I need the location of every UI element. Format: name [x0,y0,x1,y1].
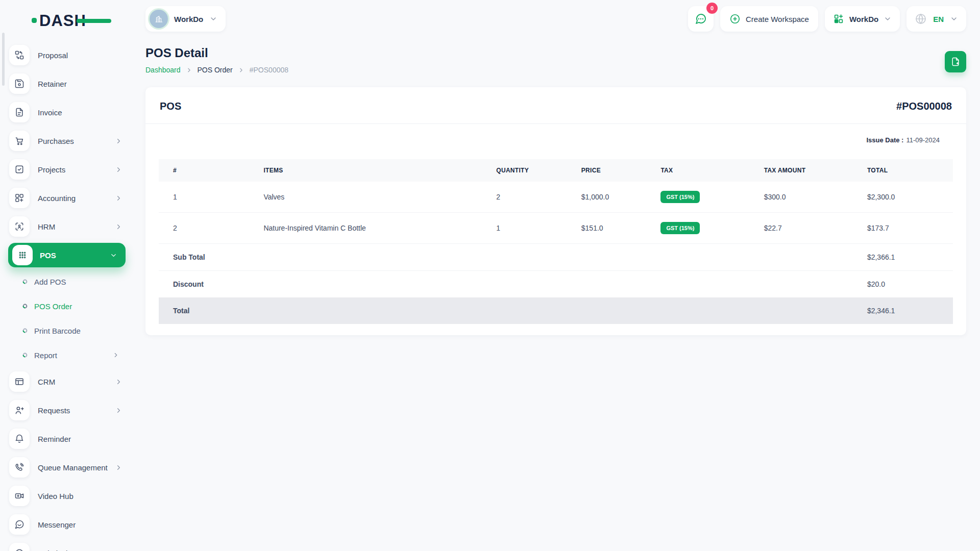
cell-price: $1,000.0 [567,182,647,213]
total-label: Total [159,297,853,324]
sidebar-item-label: Proposal [38,51,122,60]
sidebar-item-projects[interactable]: Projects [0,155,133,184]
sidebar-item-helpdesk[interactable]: Helpdesk [0,539,133,551]
issue-date-value: 11-09-2024 [906,136,940,144]
sidebar-item-label: Projects [38,165,115,174]
create-workspace-label: Create Workspace [746,15,809,23]
col-tax-amount: TAX AMOUNT [750,159,853,182]
sidebar-subitem-print-barcode[interactable]: Print Barcode [0,318,133,343]
bullet-icon [22,328,28,333]
video-camera-icon [9,486,30,506]
chevron-right-icon [115,378,122,386]
file-plus-icon [950,57,961,67]
col-tax: TAX [646,159,749,182]
chat-bubble-icon [695,13,707,25]
breadcrumb-dashboard[interactable]: Dashboard [145,66,181,74]
invoice-icon [9,102,30,122]
cell-index: 2 [159,213,249,244]
chevron-down-icon [950,15,958,23]
chevron-right-icon [115,137,122,145]
discount-value: $20.0 [853,271,953,298]
cell-tax-amount: $300.0 [750,182,853,213]
topbar: WorkDo 0 Create Workspace WorkDo [145,0,966,38]
sidebar-item-label: Messenger [38,520,122,529]
workspace-name: WorkDo [174,15,203,23]
sidebar-item-purchases[interactable]: Purchases [0,127,133,155]
plus-circle-icon [729,13,741,24]
cell-price: $151.0 [567,213,647,244]
sidebar-item-proposal[interactable]: Proposal [0,41,133,69]
sidebar-item-label: Queue Management [38,463,115,472]
page-header: POS Detail Dashboard POS Order #POS00008 [145,46,966,74]
chevron-right-icon [115,407,122,414]
app-switcher-button[interactable]: WorkDo [825,6,900,32]
cell-total: $173.7 [853,213,953,244]
cell-quantity: 1 [482,213,567,244]
export-pos-button[interactable] [945,51,966,72]
pos-number: #POS00008 [896,101,952,112]
page-title: POS Detail [145,46,288,60]
sidebar-item-label: Purchases [38,137,115,145]
discount-label: Discount [159,271,853,298]
language-selector[interactable]: EN [906,6,966,32]
chevron-right-icon [115,223,122,231]
sidebar-item-video-hub[interactable]: Video Hub [0,482,133,510]
workspace-selector[interactable]: WorkDo [145,6,226,32]
bullet-icon [22,279,28,284]
cell-item: Valves [249,182,482,213]
sidebar-scrollbar[interactable] [2,33,5,86]
language-label: EN [933,15,944,23]
total-row: Total $2,346.1 [159,297,953,324]
breadcrumb-pos-order[interactable]: POS Order [198,66,233,74]
sidebar-subitem-pos-order[interactable]: POS Order [0,294,133,318]
browser-icon [9,371,30,392]
sidebar-item-pos[interactable]: POS [8,243,126,267]
cell-index: 1 [159,182,249,213]
cell-tax-amount: $22.7 [750,213,853,244]
sidebar-item-hrm[interactable]: HRM [0,212,133,241]
pos-items-table: # ITEMS QUANTITY PRICE TAX TAX AMOUNT TO… [159,159,953,324]
retainer-icon [9,73,30,94]
col-quantity: QUANTITY [482,159,567,182]
headphones-icon [9,543,30,551]
bell-icon [9,429,30,449]
bullet-icon [22,353,28,358]
messages-count-badge: 0 [706,3,718,14]
sidebar-item-label: CRM [38,378,115,386]
sidebar-menu: Proposal Retainer Invoice Purchases [0,41,133,551]
globe-icon [915,13,927,25]
app-logo[interactable]: DASH [32,11,133,30]
sidebar-item-label: Helpdesk [38,549,122,551]
sidebar-item-requests[interactable]: Requests [0,396,133,424]
table-row: 1 Valves 2 $1,000.0 GST (15%) $300.0 $2,… [159,182,953,213]
check-square-icon [9,159,30,180]
page-title-block: POS Detail Dashboard POS Order #POS00008 [145,46,288,74]
sidebar-item-messenger[interactable]: Messenger [0,510,133,539]
col-items: ITEMS [249,159,482,182]
tax-badge: GST (15%) [660,222,700,234]
sidebar-subitem-add-pos[interactable]: Add POS [0,269,133,294]
sidebar-subitem-report[interactable]: Report [0,343,133,367]
bullet-icon [22,304,28,309]
chevron-right-icon [115,194,122,202]
message-bubble-icon [9,514,30,535]
sidebar-subitem-label: Add POS [34,278,133,286]
phone-call-icon [9,457,30,478]
sidebar-item-queue-management[interactable]: Queue Management [0,453,133,482]
sidebar-item-crm[interactable]: CRM [0,367,133,396]
chevron-right-icon [186,67,192,73]
pos-detail-card: POS #POS00008 Issue Date : 11-09-2024 # … [145,87,966,335]
sidebar-item-reminder[interactable]: Reminder [0,424,133,453]
sidebar-item-label: HRM [38,222,115,231]
sidebar: DASH Proposal Retainer Invoice Purcha [0,0,133,551]
chevron-right-icon [115,166,122,173]
sidebar-item-invoice[interactable]: Invoice [0,98,133,127]
col-total: TOTAL [853,159,953,182]
subtotal-row: Sub Total $2,366.1 [159,244,953,271]
sidebar-item-retainer[interactable]: Retainer [0,69,133,98]
sidebar-item-accounting[interactable]: Accounting [0,184,133,212]
create-workspace-button[interactable]: Create Workspace [720,6,818,32]
messages-button[interactable]: 0 [688,6,714,32]
table-header-row: # ITEMS QUANTITY PRICE TAX TAX AMOUNT TO… [159,159,953,182]
chevron-right-icon [238,67,244,73]
